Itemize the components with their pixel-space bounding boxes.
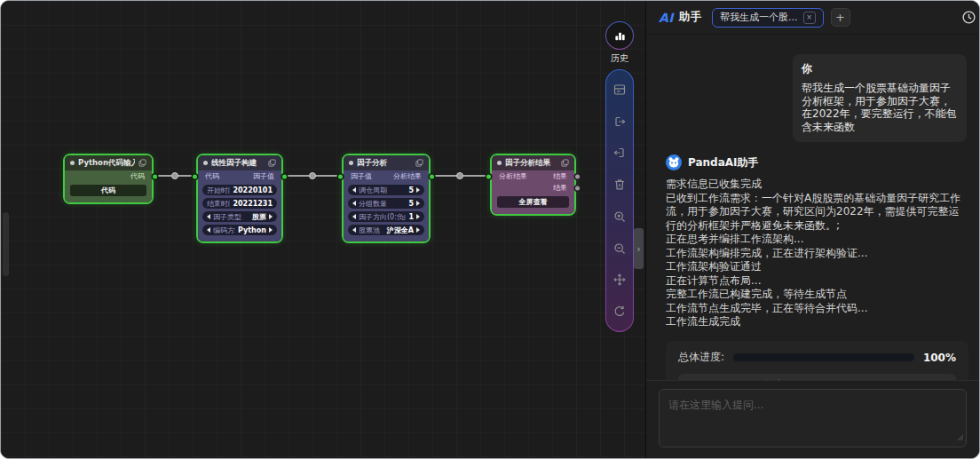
tab-label: 帮我生成一个股...: [720, 11, 798, 24]
left-panel-handle[interactable]: [3, 212, 9, 276]
stepper-right-icon[interactable]: [269, 227, 273, 233]
node-title: 线性因子构建: [211, 158, 265, 169]
node-header[interactable]: 线性因子构建: [198, 155, 281, 170]
stepper-right-icon[interactable]: [416, 214, 420, 219]
node-dot-icon: [203, 161, 208, 165]
stepper-left-icon[interactable]: [207, 227, 210, 233]
field-stock-pool[interactable]: 股票池 沪深全A: [348, 225, 424, 235]
progress-percent: 100%: [923, 352, 956, 364]
output-port-label: 因子值: [253, 171, 274, 181]
history-label: 历史: [599, 52, 640, 65]
overall-progress: 总体进度: 100%: [678, 352, 956, 364]
copy-node-icon[interactable]: [268, 159, 276, 167]
stepper-left-icon[interactable]: [352, 214, 356, 219]
refresh-icon[interactable]: [612, 304, 628, 320]
question-input[interactable]: [660, 390, 966, 447]
input-port-label: 分析结果: [499, 171, 527, 181]
user-message: 你 帮我生成一个股票基础动量因子分析框架，用于参加因子大赛，在2022年，要完整…: [793, 54, 967, 142]
pandaai-avatar-icon: [666, 154, 682, 170]
trash-icon[interactable]: [612, 177, 628, 193]
history-button[interactable]: [605, 21, 634, 50]
composer-area: [646, 380, 979, 458]
node-dot-icon: [70, 161, 75, 165]
field-rebalance-period[interactable]: 调仓周期 5: [348, 185, 424, 195]
input-port[interactable]: [486, 174, 491, 178]
workflow-canvas[interactable]: Python代码输入 代码 代码 线性因子构建: [1, 1, 645, 458]
field-group-count[interactable]: 分组数量 5: [348, 198, 424, 209]
copy-node-icon[interactable]: [415, 159, 423, 167]
new-conversation-button[interactable]: +: [831, 8, 850, 27]
node-status-row[interactable]: Python代码输入 已生成 详情: [678, 374, 956, 381]
output-port[interactable]: [575, 174, 580, 178]
field-end-time[interactable]: 结束时间 20221231: [202, 198, 277, 209]
user-message-text: 帮我生成一个股票基础动量因子分析框架，用于参加因子大赛，在2022年，要完整运行…: [802, 82, 958, 133]
progress-bar: [733, 353, 914, 361]
stepper-left-icon[interactable]: [352, 187, 356, 193]
assistant-name: PandaAI助手: [688, 155, 759, 170]
panel-header: AI 助手 帮我生成一个股... × +: [646, 1, 979, 35]
assistant-line: 已收到工作流需求：一个针对A股股票的基础动量因子研究工作流，用于参加因子大赛，研…: [666, 192, 967, 233]
node-title: 因子分析结果: [505, 158, 557, 169]
field-factor-direction[interactable]: 因子方向(0:负向... 1: [348, 211, 424, 222]
stepper-right-icon[interactable]: [416, 187, 420, 193]
output-port-label: 结果: [553, 183, 567, 193]
stepper-left-icon[interactable]: [352, 227, 356, 233]
node-header[interactable]: Python代码输入: [65, 155, 152, 170]
node-dot-icon: [349, 161, 353, 165]
app-window: Python代码输入 代码 代码 线性因子构建: [0, 0, 980, 459]
input-port-label: 因子值: [351, 171, 372, 181]
output-port[interactable]: [153, 174, 157, 178]
question-input-box[interactable]: [659, 389, 967, 447]
assistant-line: 需求信息已收集完成: [666, 178, 967, 192]
output-port[interactable]: [575, 186, 580, 190]
node-linear-factor-build[interactable]: 线性因子构建 代码 因子值 开始时间 20220101 结束时间: [196, 154, 283, 243]
node-factor-analysis-result[interactable]: 因子分析结果 分析结果 结果 结果 全屏查看: [490, 154, 576, 216]
assistant-line: 工作流架构编排完成，正在进行架构验证...: [666, 247, 967, 261]
output-port[interactable]: [282, 174, 287, 178]
assistant-header: PandaAI助手: [666, 154, 968, 170]
user-name: 你: [802, 61, 958, 76]
assistant-message-text: 需求信息已收集完成 已收到工作流需求：一个针对A股股票的基础动量因子研究工作流，…: [666, 178, 968, 329]
assistant-line: 完整工作流已构建完成，等待生成节点: [666, 288, 967, 302]
field-factor-type[interactable]: 因子类型 股票: [202, 211, 277, 222]
input-port[interactable]: [193, 174, 197, 178]
field-code-mode[interactable]: 编码方式 Python: [202, 225, 277, 235]
stepper-right-icon[interactable]: [416, 201, 420, 206]
input-port[interactable]: [338, 174, 343, 178]
close-tab-icon[interactable]: ×: [803, 12, 816, 24]
assistant-title: 助手: [679, 10, 701, 25]
node-python-code-input[interactable]: Python代码输入 代码 代码: [63, 154, 154, 204]
save-icon[interactable]: [612, 82, 628, 98]
edge-connections: [1, 1, 645, 458]
copy-node-icon[interactable]: [138, 159, 146, 167]
output-port-label: 结果: [553, 171, 567, 181]
chat-messages: 你 帮我生成一个股票基础动量因子分析框架，用于参加因子大赛，在2022年，要完整…: [646, 35, 979, 380]
fullscreen-view-button[interactable]: 全屏查看: [497, 196, 569, 208]
field-start-time[interactable]: 开始时间 20220101: [202, 185, 277, 195]
stepper-left-icon[interactable]: [207, 214, 210, 219]
node-header[interactable]: 因子分析结果: [492, 155, 574, 170]
stepper-left-icon[interactable]: [352, 201, 356, 206]
ai-logo: AI: [659, 11, 674, 25]
output-port-label: 分析结果: [393, 171, 422, 181]
pan-icon[interactable]: [612, 272, 628, 288]
assistant-line: 正在计算节点布局...: [666, 274, 967, 289]
import-icon[interactable]: [612, 145, 628, 161]
canvas-toolbar: [605, 69, 634, 332]
history-clock-icon[interactable]: [961, 10, 976, 25]
assistant-line: 工作流生成完成: [666, 315, 967, 329]
node-header[interactable]: 因子分析: [344, 155, 429, 170]
node-factor-analysis[interactable]: 因子分析 因子值 分析结果 调仓周期 5: [342, 154, 431, 243]
output-port[interactable]: [430, 174, 434, 178]
code-button[interactable]: 代码: [70, 185, 146, 196]
conversation-tab[interactable]: 帮我生成一个股... ×: [712, 8, 824, 28]
stepper-right-icon[interactable]: [416, 227, 420, 233]
progress-label: 总体进度:: [678, 350, 724, 365]
export-icon[interactable]: [612, 114, 628, 130]
node-dot-icon: [497, 161, 502, 165]
copy-node-icon[interactable]: [561, 159, 569, 167]
zoom-in-icon[interactable]: [612, 209, 628, 225]
stepper-right-icon[interactable]: [269, 214, 273, 219]
zoom-out-icon[interactable]: [612, 241, 628, 257]
panel-collapse-handle[interactable]: ›: [634, 228, 644, 269]
